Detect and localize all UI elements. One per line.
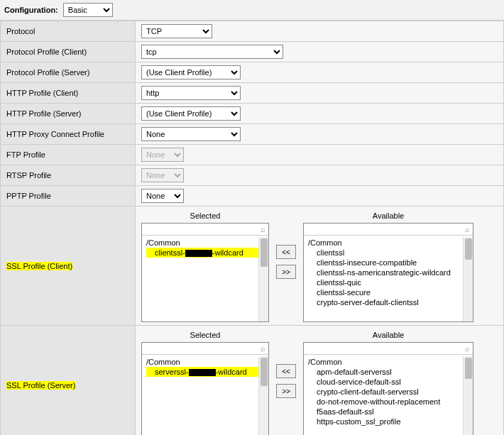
http-profile-server-select[interactable]: (Use Client Profile) bbox=[141, 106, 241, 121]
row-label-pptp-profile: PPTP Profile bbox=[1, 186, 136, 207]
ftp-profile-select: None bbox=[141, 148, 184, 162]
scrollbar[interactable] bbox=[258, 237, 268, 321]
protocol-profile-client-select[interactable]: tcp bbox=[141, 45, 283, 59]
list-item[interactable]: serverssl--wildcard bbox=[146, 367, 264, 377]
row-label-protocol-profile-client: Protocol Profile (Client) bbox=[1, 42, 136, 62]
redacted-text bbox=[189, 369, 216, 376]
list-item[interactable]: clientssl-quic bbox=[308, 277, 469, 287]
config-label: Configuration: bbox=[4, 6, 58, 14]
scrollbar[interactable] bbox=[463, 237, 473, 321]
redacted-text bbox=[185, 250, 212, 257]
list-group: /Common bbox=[308, 238, 469, 248]
list-item[interactable]: do-not-remove-without-replacement bbox=[308, 397, 469, 407]
http-proxy-connect-select[interactable]: None bbox=[141, 127, 241, 141]
list-group: /Common bbox=[146, 238, 264, 248]
list-group: /Common bbox=[308, 357, 469, 367]
row-label-rtsp-profile: RTSP Profile bbox=[1, 165, 136, 186]
list-item[interactable]: clientssl--wildcard bbox=[146, 248, 264, 258]
list-item[interactable]: clientssl-secure bbox=[308, 287, 469, 297]
ssl-server-picker: Selected ⌕ /Common serverssl--wildcard <… bbox=[141, 329, 498, 435]
list-group: /Common bbox=[146, 357, 264, 367]
scrollbar[interactable] bbox=[463, 356, 473, 435]
row-label-protocol: Protocol bbox=[1, 21, 136, 42]
row-label-http-proxy-connect: HTTP Proxy Connect Profile bbox=[1, 124, 136, 145]
config-table: Protocol TCP Protocol Profile (Client) t… bbox=[0, 21, 504, 435]
row-label-ssl-server: SSL Profile (Server) bbox=[1, 326, 136, 436]
list-item[interactable]: cloud-service-default-ssl bbox=[308, 377, 469, 387]
ssl-server-selected-title: Selected bbox=[190, 329, 221, 342]
pptp-profile-select[interactable]: None bbox=[141, 189, 184, 203]
config-select[interactable]: Basic bbox=[63, 3, 113, 17]
list-item[interactable]: apm-default-serverssl bbox=[308, 367, 469, 377]
move-right-button[interactable]: >> bbox=[276, 265, 296, 279]
row-label-ssl-client: SSL Profile (Client) bbox=[1, 207, 136, 326]
ssl-client-picker: Selected ⌕ /Common clientssl--wildcard <… bbox=[141, 209, 498, 322]
rtsp-profile-select: None bbox=[141, 168, 184, 182]
move-left-button[interactable]: << bbox=[276, 245, 296, 259]
ssl-server-available-title: Available bbox=[373, 329, 404, 342]
protocol-select[interactable]: TCP bbox=[141, 24, 212, 38]
list-item[interactable]: clientssl-ns-americanstrategic-wildcard bbox=[308, 268, 469, 277]
list-item[interactable]: https-custom_ssl_profile bbox=[308, 417, 469, 426]
move-right-button[interactable]: >> bbox=[276, 384, 296, 398]
http-profile-client-select[interactable]: http bbox=[141, 86, 241, 100]
ssl-client-selected-list[interactable]: ⌕ /Common clientssl--wildcard bbox=[141, 223, 269, 322]
list-item[interactable]: crypto-client-default-serverssl bbox=[308, 387, 469, 397]
scrollbar[interactable] bbox=[258, 356, 268, 435]
list-item[interactable]: crypto-server-default-clientssl bbox=[308, 297, 469, 307]
move-left-button[interactable]: << bbox=[276, 364, 296, 378]
row-label-http-profile-server: HTTP Profile (Server) bbox=[1, 104, 136, 124]
config-header: Configuration: Basic bbox=[0, 0, 504, 21]
list-item[interactable]: clientssl-insecure-compatible bbox=[308, 258, 469, 268]
list-item[interactable]: f5aas-default-ssl bbox=[308, 407, 469, 417]
search-icon[interactable]: ⌕ bbox=[465, 344, 470, 353]
search-icon[interactable]: ⌕ bbox=[261, 344, 265, 353]
row-label-http-profile-client: HTTP Profile (Client) bbox=[1, 83, 136, 104]
list-item[interactable]: clientssl bbox=[308, 248, 469, 258]
ssl-server-selected-list[interactable]: ⌕ /Common serverssl--wildcard bbox=[141, 342, 269, 435]
row-label-protocol-profile-server: Protocol Profile (Server) bbox=[1, 62, 136, 83]
ssl-client-available-list[interactable]: ⌕ /Common clientssl clientssl-insecure-c… bbox=[303, 223, 473, 322]
search-icon[interactable]: ⌕ bbox=[465, 225, 470, 233]
row-label-ftp-profile: FTP Profile bbox=[1, 145, 136, 165]
ssl-client-selected-title: Selected bbox=[190, 209, 221, 223]
search-icon[interactable]: ⌕ bbox=[261, 225, 265, 233]
ssl-client-available-title: Available bbox=[373, 209, 404, 223]
ssl-server-available-list[interactable]: ⌕ /Common apm-default-serverssl cloud-se… bbox=[303, 342, 473, 435]
protocol-profile-server-select[interactable]: (Use Client Profile) bbox=[141, 65, 241, 79]
